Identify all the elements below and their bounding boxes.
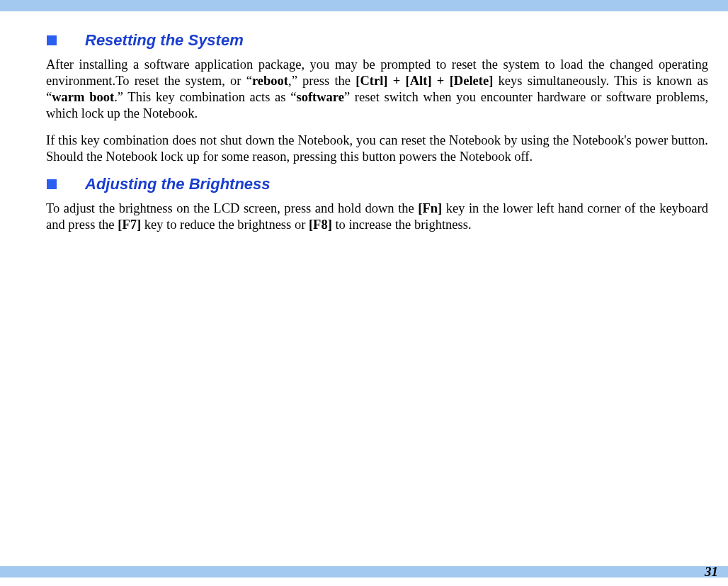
bold-text: warm boot bbox=[52, 90, 114, 104]
paragraph: If this key combination does not shut do… bbox=[46, 133, 708, 165]
bold-text: [F7] bbox=[118, 218, 141, 232]
paragraph: After installing a software application … bbox=[46, 57, 708, 123]
section-heading-resetting: Resetting the System bbox=[20, 31, 708, 50]
square-bullet-icon bbox=[47, 179, 57, 189]
bottom-decorative-bar: 31 bbox=[0, 566, 728, 577]
bold-text: software bbox=[296, 90, 343, 104]
square-bullet-icon bbox=[47, 35, 57, 45]
bold-text: [F8] bbox=[309, 218, 332, 232]
page-content: Resetting the System After installing a … bbox=[0, 11, 728, 233]
paragraph: To adjust the brightness on the LCD scre… bbox=[46, 201, 708, 233]
bold-text: [Ctrl] + [Alt] + [Delete] bbox=[356, 74, 493, 88]
heading-text: Resetting the System bbox=[85, 31, 244, 50]
section-heading-brightness: Adjusting the Brightness bbox=[20, 175, 708, 193]
bold-text: [Fn] bbox=[418, 201, 442, 215]
bold-text: reboot bbox=[252, 74, 288, 88]
heading-text: Adjusting the Brightness bbox=[85, 175, 271, 193]
page-number: 31 bbox=[705, 564, 718, 580]
top-decorative-bar bbox=[0, 0, 728, 11]
